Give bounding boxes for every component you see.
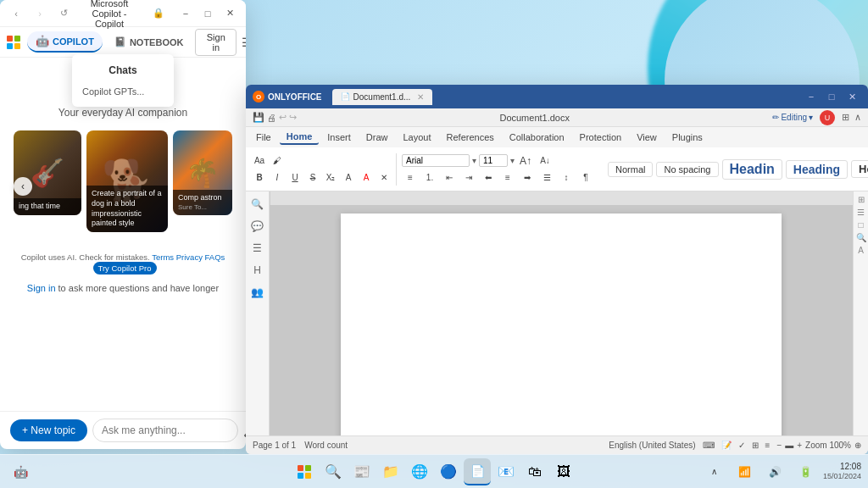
taskbar-mail-btn[interactable]: 📧 bbox=[492, 458, 520, 485]
copilot-minimize-btn[interactable]: − bbox=[176, 4, 195, 23]
undo-icon[interactable]: ↩ bbox=[279, 112, 287, 123]
track-changes-icon[interactable]: 📝 bbox=[721, 441, 732, 450]
font-name-input[interactable] bbox=[402, 154, 470, 167]
taskbar-edge-btn[interactable]: 🌐 bbox=[406, 458, 433, 485]
zoom-fit-btn[interactable]: ⊕ bbox=[854, 441, 861, 450]
redo-icon[interactable]: ↪ bbox=[289, 112, 297, 123]
view-mode-icon-2[interactable]: ≡ bbox=[765, 441, 771, 450]
editing-dropdown-icon[interactable]: ▾ bbox=[809, 113, 813, 122]
notebook-tab[interactable]: 📓 NOTEBOOK bbox=[106, 33, 192, 51]
zoom-slider[interactable]: ▬ bbox=[785, 441, 793, 450]
menu-button[interactable]: ☰ bbox=[240, 33, 246, 52]
zoom-in-btn[interactable]: + bbox=[797, 441, 802, 450]
copilot-gpts-item[interactable]: Copilot GPTs... bbox=[72, 83, 174, 100]
align-justify-btn[interactable]: ☰ bbox=[538, 170, 555, 186]
image-card-dog[interactable]: 🐕 Create a portrait of a dog in a bold i… bbox=[86, 130, 168, 232]
collapse-ribbon-icon[interactable]: ∧ bbox=[854, 112, 861, 123]
font-size-increase-btn[interactable]: A↑ bbox=[517, 153, 534, 169]
office-maximize-btn[interactable]: □ bbox=[822, 87, 841, 106]
list-number-btn[interactable]: 1. bbox=[421, 170, 438, 186]
ribbon-tab-collaboration[interactable]: Collaboration bbox=[503, 130, 571, 144]
system-tray-chevron[interactable]: ∧ bbox=[701, 458, 728, 485]
keyboard-icon[interactable]: ⌨ bbox=[703, 441, 715, 450]
styles-icon[interactable]: Aa bbox=[251, 153, 268, 169]
ribbon-tab-view[interactable]: View bbox=[630, 130, 664, 144]
underline-button[interactable]: U bbox=[287, 170, 303, 186]
image-card-beach[interactable]: 🌴 Comp astron Sure To... bbox=[173, 130, 232, 215]
start-button[interactable] bbox=[291, 458, 318, 485]
italic-button[interactable]: I bbox=[269, 170, 286, 186]
font-size-input[interactable] bbox=[479, 154, 508, 167]
right-panel-icon-4[interactable]: 🔍 bbox=[856, 233, 866, 242]
ribbon-tab-insert[interactable]: Insert bbox=[320, 130, 358, 144]
language-indicator[interactable]: English (United States) bbox=[609, 441, 695, 450]
word-count-label[interactable]: Word count bbox=[304, 441, 348, 450]
comments-sidebar-icon[interactable]: 💬 bbox=[248, 217, 267, 236]
view-mode-icon[interactable]: ⊞ bbox=[752, 441, 759, 450]
ribbon-tab-references[interactable]: References bbox=[440, 130, 501, 144]
align-center-btn[interactable]: ≡ bbox=[499, 170, 516, 186]
ribbon-tab-protection[interactable]: Protection bbox=[573, 130, 629, 144]
list-bullet-btn[interactable]: ≡ bbox=[402, 170, 419, 186]
left-arrow-button[interactable]: ‹ bbox=[14, 177, 32, 196]
subscript-button[interactable]: X₂ bbox=[322, 170, 339, 186]
align-right-btn[interactable]: ➡ bbox=[519, 170, 536, 186]
paragraph-marks-btn[interactable]: ¶ bbox=[577, 170, 594, 186]
privacy-link[interactable]: Privacy bbox=[176, 252, 203, 262]
back-button[interactable]: ‹ bbox=[7, 4, 25, 23]
font-size-dropdown[interactable]: ▾ bbox=[510, 156, 515, 165]
refresh-button[interactable]: ↺ bbox=[54, 4, 73, 23]
image-card-guitar[interactable]: 🎸 ing that time bbox=[14, 130, 81, 215]
style-heading3-btn[interactable]: Heading 3 bbox=[851, 160, 868, 178]
indent-increase-btn[interactable]: ⇥ bbox=[460, 170, 477, 186]
ribbon-tab-layout[interactable]: Layout bbox=[396, 130, 437, 144]
right-panel-icon-5[interactable]: A bbox=[858, 246, 864, 255]
clear-format-button[interactable]: ✕ bbox=[376, 170, 392, 186]
copy-style-icon[interactable]: 🖌 bbox=[269, 153, 286, 169]
ribbon-tab-draw[interactable]: Draw bbox=[359, 130, 395, 144]
editing-mode[interactable]: ✏ Editing ▾ bbox=[772, 113, 813, 122]
tab-close-button[interactable]: ✕ bbox=[417, 92, 424, 102]
right-panel-icon-1[interactable]: ⊞ bbox=[858, 195, 865, 204]
try-pro-button[interactable]: Try Copilot Pro bbox=[93, 262, 157, 274]
navigation-sidebar-icon[interactable]: ☰ bbox=[248, 239, 267, 258]
indent-decrease-btn[interactable]: ⇤ bbox=[441, 170, 458, 186]
style-heading1-btn[interactable]: Headin bbox=[722, 159, 782, 180]
taskbar-photos-btn[interactable]: 🖼 bbox=[550, 458, 577, 485]
share-icon[interactable]: ⊞ bbox=[842, 112, 849, 123]
highlight-button[interactable]: A bbox=[340, 170, 357, 186]
taskbar-store-btn[interactable]: 🛍 bbox=[521, 458, 548, 485]
copilot-maximize-btn[interactable]: □ bbox=[198, 4, 217, 23]
ribbon-tab-plugins[interactable]: Plugins bbox=[665, 130, 709, 144]
clock-area[interactable]: 12:08 15/01/2024 bbox=[823, 461, 861, 482]
style-heading2-btn[interactable]: Heading bbox=[786, 160, 848, 179]
taskbar-chrome-btn[interactable]: 🔵 bbox=[435, 458, 462, 485]
strikethrough-button[interactable]: S bbox=[304, 170, 321, 186]
save-icon[interactable]: 💾 bbox=[253, 112, 264, 123]
font-size-decrease-btn[interactable]: A↓ bbox=[537, 153, 554, 169]
spell-check-icon[interactable]: ✓ bbox=[738, 441, 745, 450]
volume-icon[interactable]: 🔊 bbox=[762, 458, 789, 485]
new-topic-button[interactable]: + New topic bbox=[10, 419, 87, 441]
ask-input[interactable] bbox=[92, 419, 238, 442]
taskbar-office-btn[interactable]: 📄 bbox=[464, 458, 491, 485]
right-panel-icon-2[interactable]: ☰ bbox=[857, 208, 865, 217]
document-tab[interactable]: 📄 Document1.d... ✕ bbox=[332, 89, 433, 105]
ribbon-tab-file[interactable]: File bbox=[249, 130, 278, 144]
bold-button[interactable]: B bbox=[251, 170, 268, 186]
document-page[interactable] bbox=[341, 214, 782, 435]
taskbar-files-btn[interactable]: 📁 bbox=[377, 458, 404, 485]
font-name-dropdown[interactable]: ▾ bbox=[472, 156, 476, 165]
signin-header-button[interactable]: Sign in bbox=[195, 29, 236, 56]
collaboration-icon[interactable]: 👥 bbox=[248, 283, 267, 302]
forward-button[interactable]: › bbox=[31, 4, 49, 23]
font-color-button[interactable]: A bbox=[358, 170, 375, 186]
copilot-close-btn[interactable]: ✕ bbox=[220, 4, 239, 23]
style-no-spacing-btn[interactable]: No spacing bbox=[656, 162, 718, 177]
taskbar-copilot-icon[interactable]: 🤖 bbox=[7, 458, 34, 485]
office-close-btn[interactable]: ✕ bbox=[843, 87, 861, 106]
right-panel-icon-3[interactable]: □ bbox=[858, 220, 863, 230]
search-sidebar-icon[interactable]: 🔍 bbox=[248, 195, 267, 214]
ribbon-tab-home[interactable]: Home bbox=[280, 130, 320, 145]
battery-icon[interactable]: 🔋 bbox=[793, 458, 820, 485]
